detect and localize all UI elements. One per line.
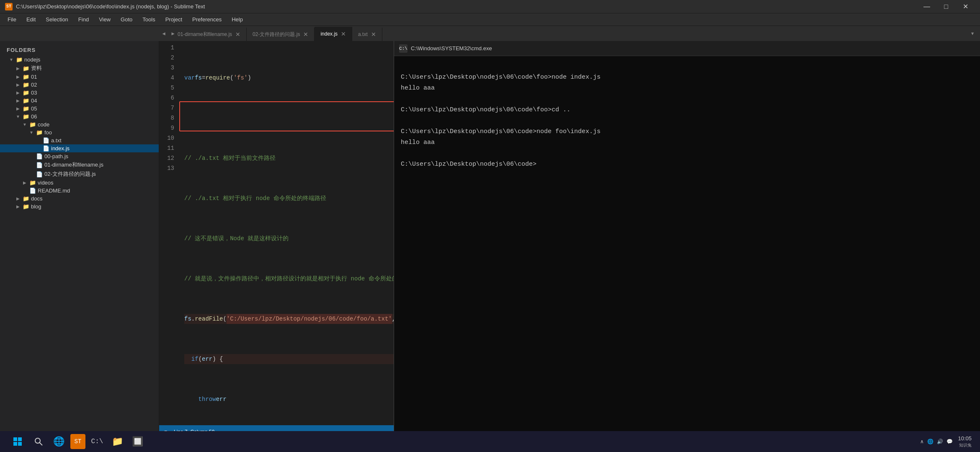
tree-label: 资料 [31,64,42,72]
tree-item-00path[interactable]: 📄 00-path.js [0,152,159,160]
folder-icon: 📁 [23,113,29,120]
menu-selection[interactable]: Selection [41,15,72,24]
clock: 10:05 [958,435,972,442]
cmd-title-bar: C:\ C:\Windows\SYSTEM32\cmd.exe [394,41,980,56]
arrow-icon: ▶ [22,180,28,185]
tree-item-blog[interactable]: ▶ 📁 blog [0,203,159,211]
tree-item-videos[interactable]: ▶ 📁 videos [0,179,159,187]
arrow-icon: ▶ [15,196,21,201]
tabs-overflow[interactable]: ▾ [965,26,980,41]
tab-close-icon[interactable]: ✕ [235,31,240,38]
tab-close-icon[interactable]: ✕ [303,31,308,38]
taskbar-left: 🌐 ST C:\ 📁 🔲 [8,432,146,451]
notification-area: ∧ 🌐 🔊 💬 [920,439,953,444]
txt-file-icon: 📄 [43,137,49,144]
tree-item-atxt[interactable]: 📄 a.txt [0,136,159,144]
close-button[interactable]: ✕ [956,0,975,13]
tree-label: a.txt [51,137,62,144]
tree-item-ziliao[interactable]: ▶ 📁 资料 [0,64,159,73]
tab-label: 02-文件路径的问题.js [253,31,300,38]
folder-icon: 📁 [16,56,23,63]
sublime-text-icon: ST [5,3,13,10]
tree-item-04[interactable]: ▶ 📁 04 [0,97,159,105]
tree-label: README.md [38,187,70,194]
tree-label: 03 [31,90,37,96]
tree-label: 01 [31,74,37,80]
taskbar-sublime[interactable]: ST [70,434,85,449]
tab-index-js[interactable]: index.js ✕ [315,27,352,41]
windows-start-button[interactable] [8,432,27,451]
svg-rect-3 [18,442,22,446]
folder-icon: 📁 [36,129,43,136]
url-display: 知识兔 [958,442,972,448]
folder-icon: 📁 [23,90,29,96]
folder-icon: 📁 [23,98,29,104]
chevron-up-icon[interactable]: ∧ [920,439,924,444]
tab-a-txt[interactable]: a.txt ✕ [352,28,382,41]
menu-goto[interactable]: Goto [116,15,137,24]
sidebar-title: FOLDERS [0,44,159,56]
folder-icon: 📁 [29,121,36,128]
tab-02-filepath[interactable]: 02-文件路径的问题.js ✕ [247,28,315,41]
tab-01-dirname[interactable]: 01-dirname和filename.js ✕ [172,28,247,41]
menu-edit[interactable]: Edit [22,15,40,24]
svg-rect-1 [18,437,22,441]
tab-label: a.txt [358,31,368,37]
taskbar-extra[interactable]: 🔲 [129,433,146,450]
tree-label: 05 [31,105,37,112]
sidebar: FOLDERS ▼ 📁 nodejs ▶ 📁 资料 ▶ 📁 01 ▶ 📁 02 [0,41,159,439]
tree-item-01[interactable]: ▶ 📁 01 [0,73,159,81]
tree-item-05[interactable]: ▶ 📁 05 [0,105,159,113]
tree-item-06[interactable]: ▼ 📁 06 [0,113,159,121]
menu-preferences[interactable]: Preferences [188,15,226,24]
tree-item-nodejs[interactable]: ▼ 📁 nodejs [0,56,159,64]
tree-item-03[interactable]: ▶ 📁 03 [0,89,159,97]
tab-nav-right[interactable]: ▶ [168,26,178,41]
tree-item-readme[interactable]: 📄 README.md [0,187,159,195]
tab-close-icon[interactable]: ✕ [341,31,346,37]
menu-find[interactable]: Find [74,15,93,24]
tree-item-foo[interactable]: ▼ 📁 foo [0,128,159,136]
menu-help[interactable]: Help [227,15,247,24]
tree-label: blog [31,203,41,210]
svg-line-5 [40,443,43,446]
menu-view[interactable]: View [95,15,115,24]
line-numbers: 1 2 3 4 5 6 7 8 9 10 11 12 13 [159,41,179,439]
tree-label: docs [31,195,42,202]
tree-item-code[interactable]: ▼ 📁 code [0,121,159,128]
arrow-icon: ▶ [15,82,21,87]
md-file-icon: 📄 [29,187,36,194]
arrow-icon: ▼ [28,130,34,135]
tree-item-02[interactable]: ▶ 📁 02 [0,81,159,89]
arrow-icon: ▶ [15,74,21,79]
tree-item-indexjs[interactable]: 📄 index.js [0,144,159,152]
menu-tools[interactable]: Tools [138,15,159,24]
tab-label: index.js [320,31,338,37]
folder-icon: 📁 [23,82,29,88]
minimize-button[interactable]: — [917,0,936,13]
tree-item-docs[interactable]: ▶ 📁 docs [0,195,159,203]
arrow-icon: ▶ [15,90,21,95]
taskbar-search[interactable] [30,433,47,450]
tab-nav-left[interactable]: ◀ [159,26,168,41]
tree-label: 01-dirname和filename.js [44,161,103,169]
network-icon: 🌐 [927,439,934,444]
cmd-body[interactable]: C:\Users\lpz\Desktop\nodejs\06\code\foo>… [394,56,980,186]
taskbar-explorer[interactable]: 📁 [109,433,126,450]
tree-label: code [38,121,49,128]
tree-label: nodejs [24,56,40,63]
menu-project[interactable]: Project [161,15,186,24]
taskbar-chrome[interactable]: 🌐 [50,433,67,450]
arrow-icon: ▼ [15,114,21,119]
arrow-icon: ▶ [15,204,21,209]
maximize-button[interactable]: □ [936,0,956,13]
tree-item-02filepath[interactable]: 📄 02-文件路径的问题.js [0,170,159,179]
tab-close-icon[interactable]: ✕ [371,31,376,38]
taskbar-cmd[interactable]: C:\ [89,433,106,450]
tree-label: 04 [31,98,37,104]
js-file-icon: 📄 [36,171,43,177]
menu-file[interactable]: File [3,15,21,24]
tree-item-01dirname[interactable]: 📄 01-dirname和filename.js [0,160,159,170]
js-file-icon: 📄 [36,153,43,159]
tree-label: videos [38,180,54,186]
